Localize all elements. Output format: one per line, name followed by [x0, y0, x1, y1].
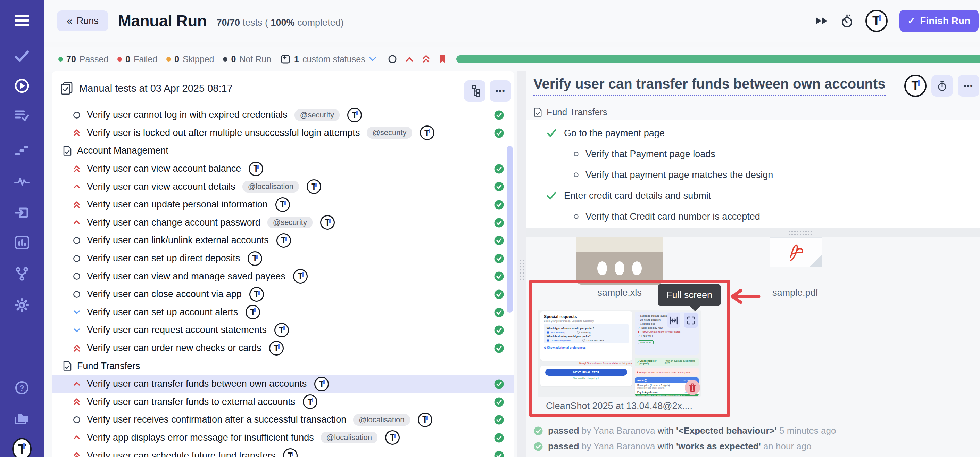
test-row[interactable]: Verify user can schedule future fund tra…	[52, 447, 514, 457]
status-passed-icon[interactable]	[494, 200, 504, 210]
radio-twin-beds[interactable]: I'd like twin beds	[582, 339, 604, 342]
testomat-badge-icon[interactable]: T	[283, 448, 298, 457]
testomat-badge-icon[interactable]: T	[293, 269, 308, 284]
step-row[interactable]: Go to the payment page	[546, 123, 980, 144]
testomat-logo[interactable]: T	[865, 10, 888, 32]
steps-icon[interactable]	[12, 141, 32, 160]
detail-more-button[interactable]: •••	[958, 75, 979, 97]
status-passed-icon[interactable]	[494, 325, 504, 336]
test-row[interactable]: Verify user can change account password@…	[52, 214, 514, 232]
tag-pill[interactable]: @localisation	[242, 181, 299, 193]
test-row[interactable]: Verify user is locked out after multiple…	[52, 124, 514, 142]
radio-smoking[interactable]: Smoking	[577, 331, 590, 334]
list-more-button[interactable]: •••	[490, 80, 511, 102]
attachment-xls-thumbnail[interactable]	[576, 237, 663, 284]
attachment-pdf-thumbnail[interactable]	[770, 237, 822, 267]
group-view-button[interactable]	[464, 80, 485, 102]
projects-icon[interactable]	[12, 409, 32, 429]
analytics-icon[interactable]	[12, 233, 32, 252]
status-passed-icon[interactable]	[494, 164, 504, 174]
test-row[interactable]: Verify app displays error message for in…	[52, 429, 514, 447]
timer-icon[interactable]	[840, 14, 854, 28]
show-preferences-link[interactable]: ⊕ Show additional preferences	[544, 346, 628, 349]
stat-custom-statuses[interactable]: 1 custom statuses	[280, 54, 377, 64]
resize-width-button[interactable]	[667, 313, 680, 328]
settings-icon[interactable]	[12, 296, 32, 315]
testomat-badge-icon[interactable]: T	[420, 125, 434, 140]
attachment-screenshot-thumbnail[interactable]: Special requests Select your preference(…	[538, 310, 701, 397]
list-scrollbar-thumb[interactable]	[507, 146, 513, 313]
test-row[interactable]: Verify user can transfer funds to extern…	[52, 393, 514, 411]
status-passed-icon[interactable]	[494, 307, 504, 318]
priority-critical-icon[interactable]	[422, 54, 431, 64]
status-passed-icon[interactable]	[494, 235, 504, 246]
status-passed-icon[interactable]	[494, 379, 504, 389]
finish-run-button[interactable]: ✓ Finish Run	[899, 10, 978, 32]
substep-row[interactable]: Verify that Payment page loads	[552, 144, 980, 165]
status-passed-icon[interactable]	[494, 128, 504, 138]
tag-pill[interactable]: @localisation	[321, 431, 377, 443]
testomat-badge-icon[interactable]: T	[385, 430, 400, 445]
test-row[interactable]: Verify user can link/unlink external acc…	[52, 232, 514, 249]
status-passed-icon[interactable]	[494, 433, 504, 443]
pulse-icon[interactable]	[12, 172, 32, 191]
test-row[interactable]: Verify user can view account details@loc…	[52, 177, 514, 196]
test-plans-icon[interactable]	[12, 106, 32, 125]
timer-button[interactable]	[931, 75, 953, 97]
test-detail-title[interactable]: Verify user can transfer funds between o…	[533, 76, 886, 96]
test-row[interactable]: Verify user can view and manage saved pa…	[52, 267, 514, 285]
testomat-report-logo[interactable]: T	[904, 75, 926, 97]
fast-forward-icon[interactable]	[815, 16, 829, 26]
test-row[interactable]: Verify user can set up account alertsT	[52, 304, 514, 321]
help-icon[interactable]: ?	[12, 378, 32, 398]
test-row[interactable]: Verify user can set up direct depositsT	[52, 249, 514, 268]
testomat-badge-icon[interactable]: T	[418, 412, 432, 427]
full-screen-button[interactable]	[684, 313, 698, 328]
substep-row[interactable]: Verify that payment page matches the des…	[552, 165, 980, 185]
testomat-badge-icon[interactable]: T	[245, 305, 260, 320]
status-passed-icon[interactable]	[494, 181, 504, 192]
branches-icon[interactable]	[12, 264, 32, 284]
step-passed-icon[interactable]	[546, 128, 557, 139]
testomat-badge-icon[interactable]: T	[307, 179, 321, 194]
testomat-badge-icon[interactable]: T	[249, 161, 263, 176]
testomat-badge-icon[interactable]: T	[320, 215, 335, 230]
tag-pill[interactable]: @security	[367, 127, 412, 139]
panel-splitter-vertical[interactable]	[517, 71, 526, 457]
priority-high-icon[interactable]	[405, 56, 414, 62]
runs-icon[interactable]	[12, 76, 32, 96]
status-passed-icon[interactable]	[494, 343, 504, 353]
next-final-step-button[interactable]: NEXT: FINAL STEP	[545, 369, 627, 376]
status-passed-icon[interactable]	[494, 217, 504, 228]
suite-section-row[interactable]: Account Management	[52, 142, 514, 160]
radio-non-smoking[interactable]: Non-smoking	[547, 331, 565, 334]
test-row[interactable]: Verify user can view account balanceT	[52, 160, 514, 178]
test-row[interactable]: Verify user receives confirmation after …	[52, 411, 514, 429]
bookmark-icon[interactable]	[438, 54, 447, 64]
status-passed-icon[interactable]	[494, 253, 504, 264]
panel-splitter-horizontal[interactable]	[526, 228, 980, 237]
status-passed-icon[interactable]	[494, 271, 504, 281]
status-passed-icon[interactable]	[494, 110, 504, 120]
test-row[interactable]: Verify user can order new checks or card…	[52, 339, 514, 357]
back-to-runs-button[interactable]: « Runs	[57, 10, 108, 31]
delete-attachment-button[interactable]	[685, 380, 700, 395]
tag-pill[interactable]: @security	[294, 109, 340, 121]
testomat-logo[interactable]: T	[12, 438, 32, 457]
testomat-badge-icon[interactable]: T	[314, 377, 329, 391]
suite-breadcrumb[interactable]: Fund Transfers	[533, 107, 608, 117]
logo-icon[interactable]: T	[12, 439, 32, 457]
tests-icon[interactable]	[12, 46, 32, 66]
status-passed-icon[interactable]	[494, 397, 504, 407]
priority-normal-icon[interactable]	[388, 54, 397, 64]
testomat-badge-icon[interactable]: T	[303, 395, 317, 409]
step-row[interactable]: Enter credit card details and submit	[546, 185, 980, 206]
screenshot-filename[interactable]: CleanShot 2025 at 13.04.48@2x....	[538, 401, 701, 411]
testomat-badge-icon[interactable]: T	[248, 251, 262, 266]
tag-pill[interactable]: @security	[267, 217, 313, 228]
suite-section-row[interactable]: Fund Transfers	[52, 357, 514, 375]
status-passed-icon[interactable]	[494, 451, 504, 457]
status-passed-icon[interactable]	[494, 415, 504, 425]
testomat-badge-icon[interactable]: T	[277, 233, 291, 248]
substep-row[interactable]: Verify that Credit card number is accept…	[552, 206, 980, 227]
